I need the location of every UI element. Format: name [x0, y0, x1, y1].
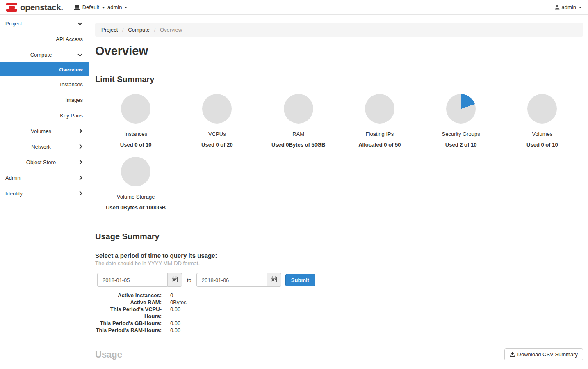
limit-cell-volumes: Volumes Used 0 of 10	[501, 90, 583, 153]
sidebar-item-overview[interactable]: Overview	[0, 62, 89, 76]
column-disk: Disk	[305, 367, 360, 369]
breadcrumb-overview: Overview	[160, 27, 182, 33]
sidebar-item-images[interactable]: Images	[0, 92, 89, 108]
start-date-calendar-button[interactable]	[167, 273, 182, 287]
stat-value: 0.00	[162, 306, 180, 320]
pie-chart-volume-storage	[121, 157, 150, 186]
sidebar-item-api-access[interactable]: API Access	[0, 31, 89, 47]
download-csv-label: Download CSV Summary	[517, 351, 578, 358]
limit-cell-security-groups: Security Groups Used 2 of 10	[420, 90, 501, 153]
pie-chart-vcpus	[202, 94, 232, 124]
column-vcpus: VCPUs	[230, 367, 305, 369]
user-menu[interactable]: admin	[555, 4, 582, 10]
sidebar-item-network[interactable]: Network	[0, 139, 89, 154]
chevron-down-icon	[124, 7, 128, 8]
chevron-down-icon	[77, 52, 82, 56]
chevron-right-icon	[77, 144, 82, 149]
end-date-input[interactable]	[196, 273, 267, 287]
stat-value: 0.00	[162, 320, 180, 327]
usage-table: Instance Name VCPUs Disk RAM Time since …	[95, 367, 583, 369]
sidebar-item-key-pairs[interactable]: Key Pairs	[0, 108, 89, 123]
column-ram: RAM	[360, 367, 417, 369]
stat-label: This Period's VCPU-Hours:	[95, 306, 162, 320]
context-project: admin	[107, 4, 122, 10]
calendar-icon	[271, 276, 277, 284]
limit-cell-ram: RAM Used 0Bytes of 50GB	[258, 90, 339, 153]
column-time-since-created: Time since created	[418, 367, 583, 369]
sidebar-item-object-store[interactable]: Object Store	[0, 154, 89, 170]
limit-cell-floating-ips: Floating IPs Allocated 0 of 50	[339, 90, 420, 153]
breadcrumb: Project / Compute / Overview	[95, 23, 583, 37]
usage-summary-title: Usage Summary	[95, 232, 583, 241]
period-form-label: Select a period of time to query its usa…	[95, 252, 583, 259]
top-navbar: openstack. Default ● admin admin	[0, 0, 588, 15]
download-csv-button[interactable]: Download CSV Summary	[504, 348, 583, 360]
chevron-right-icon	[77, 191, 82, 195]
context-switcher[interactable]: Default ● admin	[74, 4, 128, 10]
sidebar-item-project[interactable]: Project	[0, 16, 89, 31]
calendar-icon	[172, 276, 178, 284]
context-domain: Default	[82, 4, 99, 10]
chevron-down-icon	[77, 21, 82, 25]
start-date-input[interactable]	[97, 273, 167, 287]
pie-chart-security-groups	[446, 94, 476, 124]
limit-cell-vcpus: VCPUs Used 0 of 20	[176, 90, 258, 153]
stat-label: This Period's GB-Hours:	[95, 320, 162, 327]
download-icon	[510, 352, 515, 357]
person-icon	[555, 5, 560, 10]
pie-chart-instances	[121, 94, 150, 124]
limit-cell-instances: Instances Used 0 of 10	[95, 90, 176, 153]
limit-cell-volume-storage: Volume Storage Used 0Bytes of 1000GB	[95, 153, 176, 215]
brand-wordmark: openstack.	[20, 2, 63, 12]
pie-chart-ram	[284, 94, 313, 124]
chevron-right-icon	[77, 128, 82, 133]
to-label: to	[187, 277, 191, 283]
submit-button[interactable]: Submit	[285, 274, 315, 286]
chevron-down-icon	[579, 7, 582, 8]
sidebar-nav: Project API Access Compute Overview Inst…	[0, 15, 89, 369]
column-instance-name: Instance Name	[95, 367, 230, 369]
stat-value: 0	[162, 292, 173, 299]
sidebar-item-admin[interactable]: Admin	[0, 170, 89, 186]
openstack-logo-icon	[6, 3, 17, 12]
sidebar-item-compute[interactable]: Compute	[0, 47, 89, 62]
sidebar-item-identity[interactable]: Identity	[0, 186, 89, 201]
limit-summary-title: Limit Summary	[95, 75, 583, 84]
breadcrumb-compute[interactable]: Compute	[128, 27, 150, 33]
limit-summary-charts: Instances Used 0 of 10 VCPUs Used 0 of 2…	[95, 90, 583, 215]
usage-table-header-row: Instance Name VCPUs Disk RAM Time since …	[95, 367, 583, 369]
period-form-hint: The date should be in YYYY-MM-DD format.	[95, 260, 583, 266]
page-title: Overview	[95, 44, 583, 58]
stat-label: This Period's RAM-Hours:	[95, 327, 162, 334]
sidebar-item-volumes[interactable]: Volumes	[0, 123, 89, 139]
chevron-right-icon	[77, 160, 82, 164]
stat-value: 0.00	[162, 327, 180, 334]
stat-label: Active Instances:	[95, 292, 162, 299]
end-date-calendar-button[interactable]	[267, 273, 281, 287]
pie-chart-floating-ips	[365, 94, 394, 124]
context-separator-dot: ●	[102, 5, 105, 9]
list-panel-icon	[74, 5, 80, 10]
stat-value: 0Bytes	[162, 299, 187, 306]
user-menu-label: admin	[562, 4, 576, 10]
usage-stats: Active Instances: 0 Active RAM: 0Bytes T…	[95, 292, 583, 334]
period-form: to Submit	[97, 273, 583, 287]
pie-chart-volumes	[527, 94, 557, 124]
stat-label: Active RAM:	[95, 299, 162, 306]
chevron-right-icon	[77, 175, 82, 180]
sidebar-item-instances[interactable]: Instances	[0, 76, 89, 92]
breadcrumb-project[interactable]: Project	[101, 27, 118, 33]
usage-table-title: Usage	[95, 349, 122, 360]
openstack-logo[interactable]: openstack.	[6, 2, 63, 12]
